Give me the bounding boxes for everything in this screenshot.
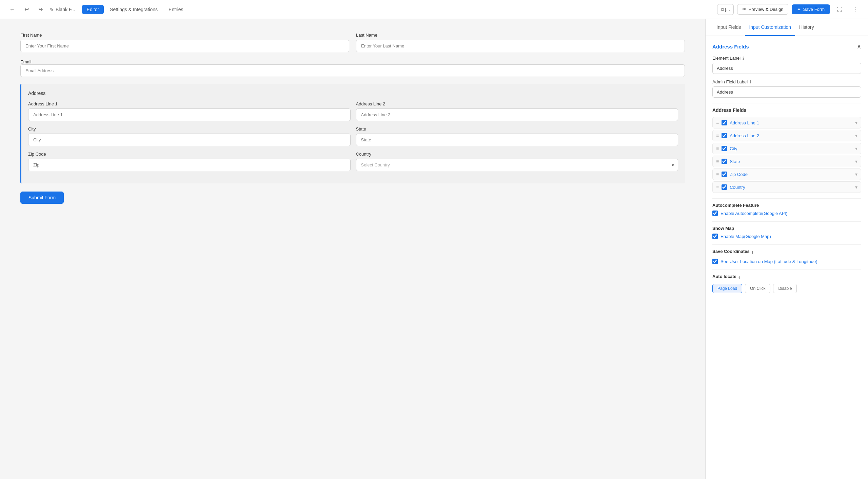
fullscreen-button[interactable]: ⛶: [833, 4, 846, 15]
element-label-field: Element Label ℹ: [712, 56, 861, 74]
divider-2: [712, 198, 861, 199]
field-name-state: State: [730, 159, 852, 164]
element-label-input[interactable]: [712, 63, 861, 74]
copy-button[interactable]: ⧉ [...: [717, 4, 734, 15]
document-name: ✎ Blank F...: [50, 7, 75, 12]
auto-locate-disable[interactable]: Disable: [773, 284, 797, 293]
more-icon: ⋮: [852, 6, 858, 12]
first-name-input[interactable]: [20, 40, 349, 52]
panel-content: Address Fields ∧ Element Label ℹ Admin F…: [706, 36, 868, 305]
preview-button[interactable]: 👁 Preview & Design: [737, 4, 789, 15]
state-input[interactable]: [356, 134, 678, 146]
zip-input[interactable]: [28, 159, 351, 171]
city-label: City: [28, 126, 351, 132]
tab-history[interactable]: History: [795, 19, 818, 36]
address-line2-input[interactable]: [356, 108, 678, 121]
show-map-label: Enable Map(Google Map): [721, 234, 771, 239]
preview-icon: 👁: [742, 7, 747, 12]
redo-icon: ↪: [38, 6, 43, 12]
autocomplete-checkbox[interactable]: [712, 211, 718, 216]
autocomplete-toggle-row: Enable Autocomplete(Google API): [712, 211, 861, 216]
field-expand-address-line1[interactable]: ▾: [855, 120, 857, 125]
redo-button[interactable]: ↪: [36, 4, 45, 15]
zip-country-row: Zip Code Country Select Country: [28, 152, 678, 171]
preview-label: Preview & Design: [749, 7, 784, 12]
topbar-tabs: Editor Settings & Integrations Entries: [82, 5, 188, 14]
last-name-input[interactable]: [356, 40, 685, 52]
field-expand-address-line2[interactable]: ▾: [855, 133, 857, 138]
field-expand-state[interactable]: ▾: [855, 159, 857, 164]
field-expand-city[interactable]: ▾: [855, 146, 857, 151]
field-name-address-line2: Address Line 2: [730, 133, 852, 138]
country-group: Country Select Country: [356, 152, 678, 171]
right-panel: Input Fields Input Customization History…: [705, 19, 868, 479]
field-expand-country[interactable]: ▾: [855, 184, 857, 190]
field-name-zip: Zip Code: [730, 172, 852, 177]
address-line2-group: Address Line 2: [356, 101, 678, 121]
address-line2-label: Address Line 2: [356, 101, 678, 106]
auto-locate-page-load[interactable]: Page Load: [712, 284, 742, 293]
more-options-button[interactable]: ⋮: [849, 4, 861, 15]
autocomplete-label: Enable Autocomplete(Google API): [721, 211, 787, 216]
save-coordinates-section: Save Coordinates ℹ See User Location on …: [712, 249, 861, 264]
drag-handle-address-line2[interactable]: ≡: [716, 133, 719, 138]
admin-label-info[interactable]: ℹ: [750, 80, 751, 84]
topbar-actions: ⧉ [... 👁 Preview & Design ✦ Save Form ⛶ …: [717, 4, 861, 15]
tab-entries[interactable]: Entries: [164, 5, 188, 14]
show-map-title: Show Map: [712, 226, 861, 231]
last-name-group: Last Name: [356, 33, 685, 52]
checkbox-address-line2[interactable]: [722, 133, 727, 138]
undo-icon: ↩: [24, 6, 29, 12]
tab-settings[interactable]: Settings & Integrations: [105, 5, 162, 14]
drag-handle-state[interactable]: ≡: [716, 159, 719, 164]
tab-input-customization[interactable]: Input Customization: [745, 19, 795, 36]
checkbox-city[interactable]: [722, 146, 727, 151]
city-group: City: [28, 126, 351, 146]
drag-handle-zip[interactable]: ≡: [716, 172, 719, 177]
document-name-text: Blank F...: [56, 7, 75, 12]
drag-handle-country[interactable]: ≡: [716, 184, 719, 190]
autocomplete-title: Autocomplete Feature: [712, 203, 861, 208]
collapse-button[interactable]: ∧: [857, 43, 861, 50]
back-button[interactable]: ←: [7, 4, 18, 15]
country-label: Country: [356, 152, 678, 157]
admin-label-input[interactable]: [712, 86, 861, 98]
drag-handle-city[interactable]: ≡: [716, 146, 719, 151]
checkbox-address-line1[interactable]: [722, 120, 727, 125]
drag-handle-address-line1[interactable]: ≡: [716, 120, 719, 125]
show-map-toggle-row: Enable Map(Google Map): [712, 234, 861, 239]
element-label-info[interactable]: ℹ: [743, 56, 744, 61]
city-input[interactable]: [28, 134, 351, 146]
field-item-country: ≡ Country ▾: [712, 181, 861, 193]
country-select[interactable]: Select Country: [356, 159, 678, 171]
first-name-group: First Name: [20, 33, 349, 52]
admin-label-heading: Admin Field Label ℹ: [712, 79, 861, 84]
address-line1-input[interactable]: [28, 108, 351, 121]
divider-4: [712, 244, 861, 245]
collapse-icon: ∧: [857, 43, 861, 50]
back-icon: ←: [9, 6, 15, 12]
submit-button[interactable]: Submit Form: [20, 192, 64, 204]
address-line1-group: Address Line 1: [28, 101, 351, 121]
city-state-row: City State: [28, 126, 678, 146]
show-map-checkbox[interactable]: [712, 234, 718, 239]
field-expand-zip[interactable]: ▾: [855, 172, 857, 177]
tab-editor[interactable]: Editor: [82, 5, 104, 14]
email-input[interactable]: [20, 64, 685, 77]
auto-locate-info[interactable]: ℹ: [738, 276, 740, 280]
save-coordinates-info[interactable]: ℹ: [752, 251, 753, 255]
tab-input-fields[interactable]: Input Fields: [712, 19, 745, 36]
checkbox-state[interactable]: [722, 159, 727, 164]
auto-locate-on-click[interactable]: On Click: [745, 284, 770, 293]
checkbox-zip[interactable]: [722, 172, 727, 177]
admin-label-field: Admin Field Label ℹ: [712, 79, 861, 98]
divider-5: [712, 270, 861, 270]
checkbox-country[interactable]: [722, 184, 727, 190]
save-coordinates-checkbox[interactable]: [712, 259, 718, 264]
name-row: First Name Last Name: [20, 33, 685, 52]
divider-3: [712, 221, 861, 222]
field-item-city: ≡ City ▾: [712, 143, 861, 154]
save-button[interactable]: ✦ Save Form: [792, 4, 830, 14]
undo-button[interactable]: ↩: [22, 4, 32, 15]
state-label: State: [356, 126, 678, 132]
